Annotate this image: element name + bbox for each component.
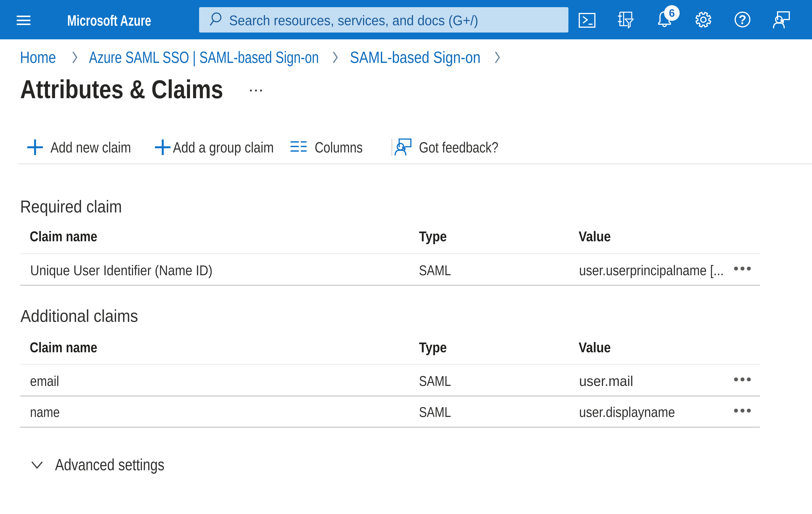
svg-text:?: ?	[738, 12, 746, 27]
svg-text:6: 6	[669, 7, 675, 19]
